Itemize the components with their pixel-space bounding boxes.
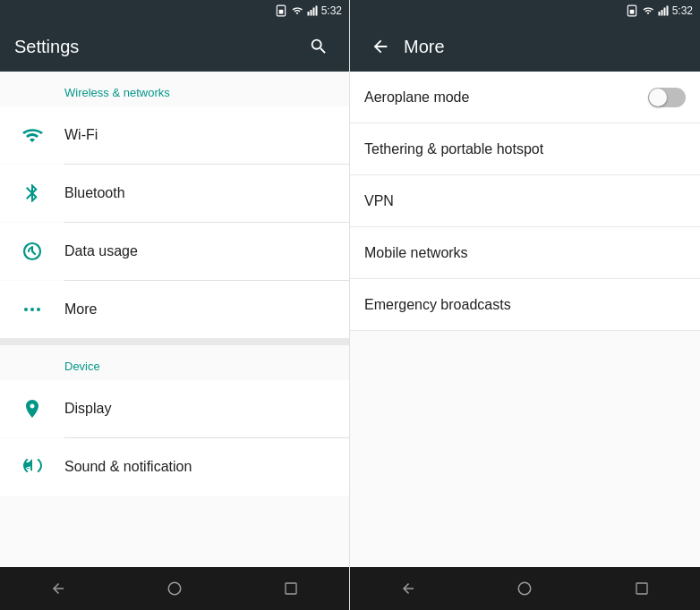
svg-point-10 [168,582,181,595]
right-home-icon [516,580,533,597]
tethering-label: Tethering & portable hotspot [364,141,543,157]
right-recents-button[interactable] [615,567,669,610]
emergency-broadcasts-label: Emergency broadcasts [364,297,511,313]
svg-rect-19 [636,583,647,594]
right-sim-icon [626,4,638,17]
left-back-button[interactable] [31,567,85,610]
mobile-networks-label: Mobile networks [364,245,468,261]
svg-rect-1 [278,10,283,14]
svg-rect-15 [661,10,662,16]
left-content: Wireless & networks Wi-Fi Bluetooth [0,72,349,567]
svg-point-9 [37,308,40,311]
search-icon [309,37,329,56]
display-item[interactable]: Display [0,380,349,437]
svg-rect-5 [315,6,317,16]
svg-rect-16 [663,8,665,16]
display-label: Display [64,401,111,417]
aeroplane-mode-toggle[interactable] [648,88,686,107]
right-status-icons [626,4,669,17]
left-status-icons [275,4,318,17]
more-back-button[interactable] [364,30,397,63]
left-home-icon [166,580,183,597]
right-back-icon [400,580,416,597]
wifi-icon [14,117,50,153]
more-app-bar: More [350,21,700,72]
left-home-button[interactable] [148,567,201,610]
right-recents-icon [635,581,649,596]
more-label: More [64,301,97,318]
section-divider [0,338,349,345]
sim-icon [275,4,287,17]
bluetooth-item[interactable]: Bluetooth [0,165,349,222]
sound-icon [14,449,50,485]
left-app-bar: Settings [0,21,349,72]
right-wifi-status-icon [642,5,654,16]
tethering-item[interactable]: Tethering & portable hotspot [350,123,700,175]
data-usage-item[interactable]: Data usage [0,223,349,280]
left-time: 5:32 [321,4,342,17]
left-recents-button[interactable] [264,567,318,610]
data-usage-icon [14,233,50,269]
search-button[interactable] [303,30,335,63]
wifi-label: Wi-Fi [64,127,98,143]
svg-rect-3 [310,10,312,16]
more-title: More [404,37,686,57]
more-icon [14,292,50,327]
svg-point-8 [30,308,34,311]
svg-rect-14 [658,12,660,16]
vpn-label: VPN [364,193,394,209]
left-back-icon [50,580,66,597]
left-status-bar: 5:32 [0,0,349,21]
right-home-button[interactable] [498,567,551,610]
signal-icon [307,5,318,16]
sound-label: Sound & notification [64,459,192,475]
wifi-item[interactable]: Wi-Fi [0,106,349,164]
settings-panel: 5:32 Settings Wireless & networks Wi-Fi [0,0,350,610]
right-signal-icon [658,5,669,16]
aeroplane-mode-item[interactable]: Aeroplane mode [350,72,700,123]
vpn-item[interactable]: VPN [350,175,700,227]
emergency-broadcasts-item[interactable]: Emergency broadcasts [350,279,700,331]
svg-rect-11 [286,583,296,594]
svg-rect-17 [666,6,668,16]
svg-rect-2 [307,12,309,16]
left-recents-icon [284,581,298,596]
toggle-knob [649,89,667,106]
left-nav-bar [0,567,349,610]
svg-rect-13 [629,10,634,14]
wifi-status-icon [291,5,303,16]
more-item[interactable]: More [0,281,349,338]
svg-rect-4 [312,8,314,16]
right-time: 5:32 [672,4,693,17]
device-section-header: Device [0,345,349,380]
svg-point-7 [24,308,28,311]
mobile-networks-item[interactable]: Mobile networks [350,227,700,279]
more-back-icon [371,37,390,56]
bluetooth-label: Bluetooth [64,185,125,201]
right-back-button[interactable] [381,567,435,610]
right-status-bar: 5:32 [350,0,700,21]
settings-title: Settings [14,37,303,57]
wireless-section-header: Wireless & networks [0,72,349,106]
more-content: Aeroplane mode Tethering & portable hots… [350,72,700,567]
data-usage-label: Data usage [64,243,138,259]
display-icon [14,391,50,427]
right-nav-bar [350,567,700,610]
sound-item[interactable]: Sound & notification [0,438,349,496]
more-panel: 5:32 More Aeroplane mode Tethering & por… [350,0,700,610]
aeroplane-mode-label: Aeroplane mode [364,89,469,106]
bluetooth-icon [14,175,50,211]
svg-point-18 [519,582,532,595]
